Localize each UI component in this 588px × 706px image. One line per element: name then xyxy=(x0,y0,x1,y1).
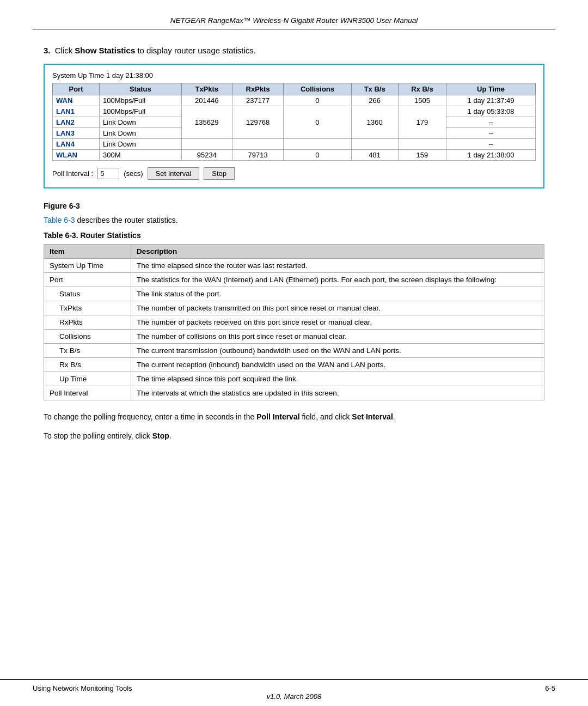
para1-suffix: . xyxy=(393,412,395,421)
uptime-lan1: 1 day 05:33:08 xyxy=(446,106,536,117)
table-6-3-heading: Table 6-3. Router Statistics xyxy=(44,231,555,240)
stop-button[interactable]: Stop xyxy=(204,167,235,180)
para1-bold2: Set Interval xyxy=(352,412,393,421)
table-link[interactable]: Table 6-3 xyxy=(44,216,75,224)
desc-table-row: Collisions The number of collisions on t… xyxy=(44,330,544,344)
table-row: WLAN 300M 95234 79713 0 481 159 1 day 21… xyxy=(53,150,536,161)
desc-item: Rx B/s xyxy=(44,358,131,372)
col-rxbs: Rx B/s xyxy=(398,83,446,95)
system-uptime-value: 1 day 21:38:00 xyxy=(106,71,153,80)
desc-table-row: System Up Time The time elapsed since th… xyxy=(44,259,544,273)
step3-bold: Show Statistics xyxy=(75,46,135,55)
status-lan4: Link Down xyxy=(100,139,182,150)
footer-left: Using Network Monitoring Tools xyxy=(33,684,132,692)
reference-rest: describes the router statistics. xyxy=(75,216,178,224)
step3-number: 3. xyxy=(44,46,51,55)
table-row: LAN4 Link Down -- xyxy=(53,139,536,150)
desc-item: Collisions xyxy=(44,330,131,344)
header-title: NETGEAR RangeMax™ Wireless-N Gigabit Rou… xyxy=(170,16,418,25)
system-uptime: System Up Time 1 day 21:38:00 xyxy=(52,71,536,80)
para2: To stop the polling entirely, click Stop… xyxy=(44,430,555,442)
poll-interval-label: Poll Interval : xyxy=(52,169,93,178)
rxpkts-wlan: 79713 xyxy=(232,150,283,161)
txbs-lan: 1360 xyxy=(351,106,398,139)
col-status: Status xyxy=(100,83,182,95)
uptime-lan2: -- xyxy=(446,117,536,128)
col-collisions: Collisions xyxy=(284,83,351,95)
rxpkts-lan: 129768 xyxy=(232,106,283,139)
rxpkts-wan: 237177 xyxy=(232,95,283,106)
txbs-lan4 xyxy=(351,139,398,150)
table-row: LAN1 100Mbps/Full 135629 129768 0 1360 1… xyxy=(53,106,536,117)
port-lan1: LAN1 xyxy=(53,106,100,117)
stats-table: Port Status TxPkts RxPkts Collisions Tx … xyxy=(52,83,536,161)
collisions-lan: 0 xyxy=(284,106,351,139)
uptime-lan4: -- xyxy=(446,139,536,150)
description-table: Item Description System Up Time The time… xyxy=(44,244,544,400)
uptime-wlan: 1 day 21:38:00 xyxy=(446,150,536,161)
figure-label-text: Figure 6-3 xyxy=(44,202,80,210)
col-port: Port xyxy=(53,83,100,95)
desc-table-row: Status The link status of the port. xyxy=(44,287,544,301)
desc-item: RxPkts xyxy=(44,315,131,330)
desc-table-row: TxPkts The number of packets transmitted… xyxy=(44,301,544,315)
desc-table-row: Up Time The time elapsed since this port… xyxy=(44,372,544,386)
desc-table-row: Poll Interval The intervals at which the… xyxy=(44,386,544,400)
set-interval-button[interactable]: Set Interval xyxy=(148,167,200,180)
rxbs-lan4 xyxy=(398,139,446,150)
desc-item: System Up Time xyxy=(44,259,131,273)
desc-description: The number of packets transmitted on thi… xyxy=(131,301,544,315)
status-lan2: Link Down xyxy=(100,117,182,128)
desc-table-row: RxPkts The number of packets received on… xyxy=(44,315,544,330)
para1-bold1: Poll Interval xyxy=(256,412,299,421)
status-lan3: Link Down xyxy=(100,128,182,139)
txpkts-lan: 135629 xyxy=(181,106,232,139)
step3-prefix: Click xyxy=(55,46,75,55)
status-lan1: 100Mbps/Full xyxy=(100,106,182,117)
status-wan: 100Mbps/Full xyxy=(100,95,182,106)
col-txbs: Tx B/s xyxy=(351,83,398,95)
step3-text: 3. Click Show Statistics to display rout… xyxy=(44,46,555,55)
desc-item: Tx B/s xyxy=(44,344,131,358)
reference-text: Table 6-3 describes the router statistic… xyxy=(44,216,555,224)
step3-rest: to display router usage statistics. xyxy=(135,46,256,55)
desc-col-item: Item xyxy=(44,245,131,259)
para1: To change the polling frequency, enter a… xyxy=(44,411,555,423)
txbs-wan: 266 xyxy=(351,95,398,106)
para1-middle: field, and click xyxy=(300,412,352,421)
uptime-lan3: -- xyxy=(446,128,536,139)
para2-suffix: . xyxy=(169,431,171,440)
port-wan: WAN xyxy=(53,95,100,106)
txpkts-wan: 201446 xyxy=(181,95,232,106)
col-rxpkts: RxPkts xyxy=(232,83,283,95)
desc-description: The time elapsed since this port acquire… xyxy=(131,372,544,386)
figure-label: Figure 6-3 xyxy=(44,202,555,210)
poll-interval-input[interactable] xyxy=(97,168,119,179)
rxbs-wlan: 159 xyxy=(398,150,446,161)
rxbs-lan: 179 xyxy=(398,106,446,139)
desc-table-row: Rx B/s The current reception (inbound) b… xyxy=(44,358,544,372)
para2-bold: Stop xyxy=(152,431,169,440)
txpkts-lan4 xyxy=(181,139,232,150)
col-txpkts: TxPkts xyxy=(181,83,232,95)
footer-right: 6-5 xyxy=(545,684,555,692)
desc-description: The statistics for the WAN (Internet) an… xyxy=(131,273,544,287)
poll-interval-row: Poll Interval : (secs) Set Interval Stop xyxy=(52,167,536,180)
desc-description: The number of packets received on this p… xyxy=(131,315,544,330)
page-header: NETGEAR RangeMax™ Wireless-N Gigabit Rou… xyxy=(33,16,555,29)
port-lan4: LAN4 xyxy=(53,139,100,150)
col-uptime: Up Time xyxy=(446,83,536,95)
table-row: WAN 100Mbps/Full 201446 237177 0 266 150… xyxy=(53,95,536,106)
page-footer: Using Network Monitoring Tools 6-5 v1.0,… xyxy=(0,679,588,706)
desc-col-description: Description xyxy=(131,245,544,259)
collisions-wlan: 0 xyxy=(284,150,351,161)
port-lan3: LAN3 xyxy=(53,128,100,139)
para1-prefix: To change the polling frequency, enter a… xyxy=(44,412,256,421)
desc-table-row: Tx B/s The current transmission (outboun… xyxy=(44,344,544,358)
desc-description: The current reception (inbound) bandwidt… xyxy=(131,358,544,372)
port-lan2: LAN2 xyxy=(53,117,100,128)
desc-description: The current transmission (outbound) band… xyxy=(131,344,544,358)
uptime-wan: 1 day 21:37:49 xyxy=(446,95,536,106)
txpkts-wlan: 95234 xyxy=(181,150,232,161)
footer-center: v1.0, March 2008 xyxy=(267,692,321,701)
